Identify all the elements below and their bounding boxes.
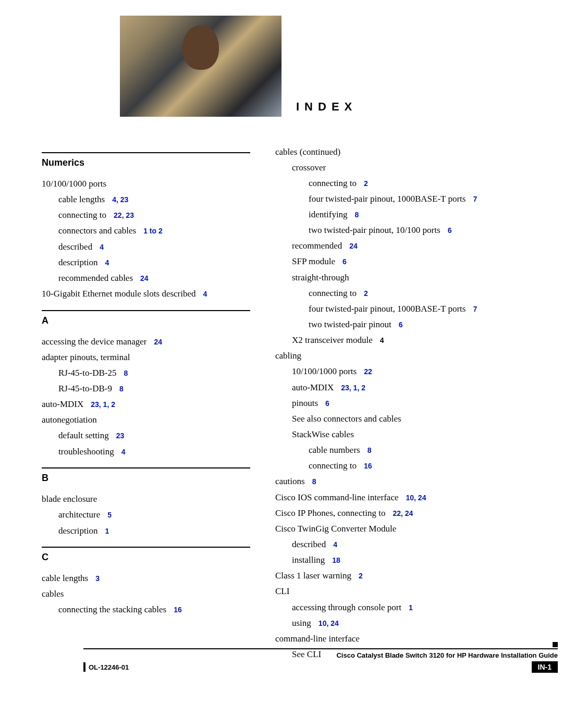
corner-square-icon — [553, 642, 558, 647]
page-ref[interactable]: 6 — [335, 257, 347, 266]
entry: cable lengths3 — [42, 572, 250, 585]
entry: described4 — [42, 241, 250, 254]
footer-rule — [83, 648, 558, 649]
entry-text: RJ-45-to-DB-25 — [58, 368, 116, 378]
page-ref[interactable]: 7 — [466, 195, 477, 203]
entry-text: command-line interface — [275, 634, 360, 644]
page-ref[interactable]: 16 — [166, 606, 182, 614]
entry: architecture5 — [42, 509, 250, 522]
entry: See also connectors and cables — [275, 413, 484, 426]
section-rule — [42, 152, 250, 153]
page-ref[interactable]: 22, 23 — [106, 211, 134, 219]
entry-text: recommended cables — [58, 273, 133, 283]
entry: Cisco IOS command-line interface10, 24 — [275, 491, 484, 504]
entry-text: RJ-45-to-DB-9 — [58, 384, 112, 393]
header: INDEX — [42, 16, 516, 117]
entry-text: four twisted-pair pinout, 1000BASE-T por… — [309, 194, 466, 204]
entry-text: connecting to — [309, 178, 357, 188]
page-ref[interactable]: 4 — [98, 258, 109, 267]
entry: cautions8 — [275, 475, 484, 488]
entry-text: architecture — [58, 510, 100, 520]
page-ref[interactable]: 2 — [351, 572, 363, 580]
entry: Cisco IP Phones, connecting to22, 24 — [275, 507, 484, 520]
page-ref[interactable]: 22 — [357, 367, 372, 376]
entry: using10, 24 — [275, 617, 484, 630]
page-ref[interactable]: 8 — [348, 211, 359, 219]
page-ref[interactable]: 3 — [88, 574, 100, 583]
page-ref[interactable]: 1 to 2 — [136, 227, 163, 235]
doc-number: OL-12246-01 — [89, 663, 129, 671]
page-ref[interactable]: 23, 1, 2 — [83, 400, 115, 409]
entry-text: 10/100/1000 ports — [42, 179, 106, 189]
page-ref[interactable]: 8 — [112, 385, 124, 393]
section-head-b: B — [42, 473, 250, 484]
entry-text: description — [58, 257, 98, 267]
entry: default setting23 — [42, 429, 250, 442]
entry-text: cabling — [275, 351, 301, 361]
page-ref[interactable]: 16 — [357, 462, 372, 470]
entry: two twisted-pair pinout, 10/100 ports6 — [275, 224, 484, 237]
page-ref[interactable]: 24 — [147, 338, 163, 346]
entry: blade enclosure — [42, 493, 250, 506]
entry: autonegotiation — [42, 414, 250, 427]
entry: SFP module6 — [275, 255, 484, 268]
page-ref[interactable]: 6 — [440, 226, 452, 235]
entry: StackWise cables — [275, 428, 484, 441]
entry-text: StackWise cables — [292, 429, 354, 439]
entry: 10-Gigabit Ethernet module slots describ… — [42, 288, 250, 301]
header-photo — [120, 16, 282, 117]
entry-text: CLI — [275, 586, 289, 596]
entry-text: Cisco IOS command-line interface — [275, 492, 399, 502]
page-ref[interactable]: 22, 24 — [385, 509, 413, 517]
page-ref[interactable]: 8 — [116, 369, 128, 377]
entry-text: cable lengths — [58, 194, 105, 204]
section-head-numerics: Numerics — [42, 157, 250, 168]
page-ref[interactable]: 4 — [92, 243, 104, 251]
page-ref[interactable]: 2 — [357, 289, 368, 298]
page-ref[interactable]: 7 — [466, 305, 477, 313]
footer-bottom: OL-12246-01 IN-1 — [83, 661, 558, 673]
page-ref[interactable]: 4 — [196, 290, 207, 298]
page-ref[interactable]: 5 — [100, 511, 112, 519]
entry: four twisted-pair pinout, 1000BASE-T por… — [275, 303, 484, 316]
entry-text: connectors and cables — [58, 226, 136, 236]
entry-text: crossover — [292, 163, 326, 172]
entry: cables — [42, 588, 250, 601]
entry: troubleshooting4 — [42, 446, 250, 459]
page-ref[interactable]: 2 — [357, 179, 368, 188]
entry: command-line interface — [275, 633, 484, 646]
page-ref[interactable]: 4, 23 — [105, 195, 128, 204]
page-ref[interactable]: 24 — [133, 274, 149, 282]
page-ref[interactable]: 1 — [98, 527, 109, 535]
page-ref[interactable]: 8 — [360, 446, 372, 454]
entry: pinouts6 — [275, 397, 484, 410]
page-ref[interactable]: 10, 24 — [311, 619, 339, 627]
entry: cable numbers8 — [275, 444, 484, 457]
entry: 10/100/1000 ports22 — [275, 365, 484, 378]
entry: connecting to2 — [275, 287, 484, 300]
entry: connecting to22, 23 — [42, 209, 250, 222]
page-ref[interactable]: 4 — [373, 336, 384, 344]
page-ref[interactable]: 24 — [342, 242, 358, 250]
section-head-c: C — [42, 552, 250, 563]
page-ref[interactable]: 1 — [401, 603, 413, 612]
entry: identifying8 — [275, 208, 484, 221]
entry: 10/100/1000 ports — [42, 178, 250, 191]
entry: Cisco TwinGig Converter Module — [275, 523, 484, 536]
page-ref[interactable]: 6 — [391, 320, 403, 329]
entry: four twisted-pair pinout, 1000BASE-T por… — [275, 193, 484, 206]
entry-text: SFP module — [292, 256, 335, 266]
entry-text: described — [58, 242, 92, 252]
page-ref[interactable]: 8 — [305, 477, 316, 486]
page-ref[interactable]: 6 — [318, 399, 329, 408]
entry: Class 1 laser warning2 — [275, 570, 484, 583]
page-ref[interactable]: 10, 24 — [399, 493, 426, 502]
entry-text: connecting to — [58, 210, 106, 220]
page-ref[interactable]: 18 — [325, 556, 340, 564]
page-ref[interactable]: 23, 1, 2 — [334, 384, 365, 392]
page-ref[interactable]: 4 — [326, 540, 337, 549]
entry: auto-MDIX23, 1, 2 — [42, 398, 250, 411]
page-ref[interactable]: 4 — [114, 448, 126, 456]
entry-text: cables — [42, 589, 64, 599]
page-ref[interactable]: 23 — [109, 431, 125, 440]
